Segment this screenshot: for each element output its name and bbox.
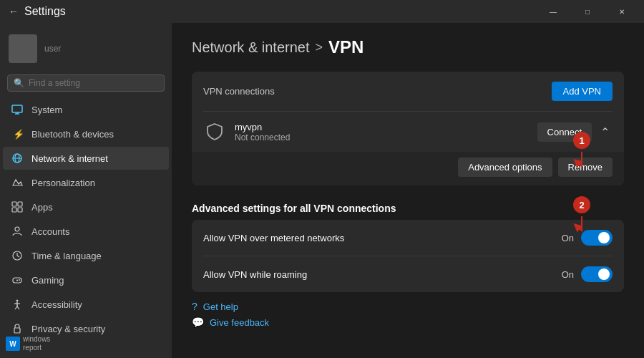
sidebar-item-personalization[interactable]: Personalization xyxy=(3,171,169,194)
feedback-icon: 💬 xyxy=(192,316,204,328)
annotation-badge-1: 1 xyxy=(573,132,590,149)
roaming-toggle[interactable] xyxy=(581,266,613,282)
add-vpn-button[interactable]: Add VPN xyxy=(552,82,613,101)
svg-rect-24 xyxy=(14,328,20,333)
svg-line-23 xyxy=(17,306,19,309)
watermark-text: windows report xyxy=(23,335,50,352)
metered-network-row: Allow VPN over metered networks On xyxy=(192,220,624,256)
sidebar-item-system-label: System xyxy=(31,105,62,115)
svg-rect-9 xyxy=(12,208,16,212)
vpn-left: myvpn Not connected xyxy=(203,120,290,143)
annotation-arrow-1 xyxy=(571,150,592,172)
sidebar-item-accounts-label: Accounts xyxy=(31,226,69,237)
sidebar-item-bluetooth-label: Bluetooth & devices xyxy=(31,129,114,140)
give-feedback-label: Give feedback xyxy=(210,317,269,328)
profile-info: user xyxy=(44,44,61,54)
chevron-up-button[interactable]: ⌃ xyxy=(597,122,613,142)
advanced-settings-title: Advanced settings for all VPN connection… xyxy=(192,194,624,220)
minimize-button[interactable]: — xyxy=(537,0,570,23)
network-icon xyxy=(11,153,23,164)
give-feedback-link[interactable]: 💬 Give feedback xyxy=(192,316,624,328)
sidebar-item-time-label: Time & language xyxy=(31,251,102,261)
vpn-connections-card: VPN connections Add VPN myvpn Not con xyxy=(192,72,624,185)
sidebar: user 🔍 System ⚡ Bluetooth & devices Netw… xyxy=(0,23,172,358)
vpn-name: myvpn xyxy=(235,122,290,132)
card-header: VPN connections Add VPN xyxy=(192,72,624,111)
title-bar-controls: — □ ✕ xyxy=(537,0,638,23)
help-icon: ? xyxy=(192,301,197,312)
back-icon[interactable]: ← xyxy=(9,6,19,17)
breadcrumb-sep: > xyxy=(316,40,323,55)
sidebar-item-system[interactable]: System xyxy=(3,98,169,121)
accessibility-icon xyxy=(11,299,23,310)
get-help-label: Get help xyxy=(203,301,238,312)
svg-point-19 xyxy=(16,300,19,302)
sidebar-item-gaming[interactable]: Gaming xyxy=(3,268,169,291)
watermark: W windows report xyxy=(6,335,50,352)
annotation-2-group: 2 xyxy=(571,196,592,236)
vpn-connections-label: VPN connections xyxy=(203,86,275,97)
svg-rect-7 xyxy=(12,202,16,206)
metered-network-label: Allow VPN over metered networks xyxy=(203,233,344,243)
maximize-button[interactable]: □ xyxy=(571,0,604,23)
roaming-state: On xyxy=(562,269,574,280)
svg-line-14 xyxy=(17,256,19,257)
roaming-toggle-right: On xyxy=(562,266,613,282)
sidebar-item-time[interactable]: Time & language xyxy=(3,244,169,267)
sidebar-item-gaming-label: Gaming xyxy=(31,275,64,286)
content-area: Network & internet > VPN VPN connections… xyxy=(172,23,644,358)
svg-rect-10 xyxy=(18,208,22,212)
watermark-logo: W xyxy=(6,337,20,351)
gaming-icon xyxy=(11,274,23,286)
vpn-info: myvpn Not connected xyxy=(235,122,290,142)
sidebar-item-accessibility[interactable]: Accessibility xyxy=(3,293,169,316)
close-button[interactable]: ✕ xyxy=(605,0,638,23)
annotation-arrow-2 xyxy=(571,215,592,236)
advanced-settings-card: Allow VPN over metered networks On Allow… xyxy=(192,220,624,292)
svg-rect-8 xyxy=(18,202,22,206)
roaming-label: Allow VPN while roaming xyxy=(203,269,307,280)
footer-links: ? Get help 💬 Give feedback xyxy=(192,301,624,328)
annotation-badge-2: 2 xyxy=(573,196,590,213)
vpn-item: myvpn Not connected Connect ⌃ xyxy=(192,112,624,152)
svg-rect-0 xyxy=(12,105,22,112)
sidebar-item-accounts[interactable]: Accounts xyxy=(3,220,169,243)
vpn-row: myvpn Not connected Connect ⌃ xyxy=(203,120,613,143)
sidebar-item-bluetooth[interactable]: ⚡ Bluetooth & devices xyxy=(3,122,169,145)
accounts-icon xyxy=(11,226,23,237)
sidebar-item-apps[interactable]: Apps xyxy=(3,195,169,218)
search-input[interactable] xyxy=(29,78,158,88)
breadcrumb-current: VPN xyxy=(328,37,364,57)
sidebar-item-network[interactable]: Network & internet xyxy=(3,147,169,170)
sidebar-item-personalization-label: Personalization xyxy=(31,178,95,188)
apps-icon xyxy=(11,201,23,213)
sidebar-item-apps-label: Apps xyxy=(31,202,53,213)
advanced-options-button[interactable]: Advanced options xyxy=(458,158,552,177)
svg-point-18 xyxy=(19,279,20,281)
personalization-icon xyxy=(11,177,23,188)
annotation-1-group: 1 xyxy=(571,132,592,172)
vpn-shield-icon xyxy=(203,120,226,143)
sidebar-item-network-label: Network & internet xyxy=(31,153,108,164)
search-icon: 🔍 xyxy=(14,78,24,88)
title-bar-title: Settings xyxy=(24,5,66,18)
svg-text:⚡: ⚡ xyxy=(13,128,23,140)
search-box[interactable]: 🔍 xyxy=(7,74,165,92)
vpn-status: Not connected xyxy=(235,132,290,142)
time-icon xyxy=(11,250,23,261)
title-bar: ← Settings — □ ✕ xyxy=(0,0,644,23)
system-icon xyxy=(11,104,23,115)
breadcrumb-parent[interactable]: Network & internet xyxy=(192,39,310,56)
get-help-link[interactable]: ? Get help xyxy=(192,301,624,312)
breadcrumb: Network & internet > VPN xyxy=(192,37,624,57)
sidebar-profile: user xyxy=(0,29,172,69)
svg-point-11 xyxy=(15,227,19,231)
roaming-row: Allow VPN while roaming On xyxy=(192,256,624,292)
privacy-icon xyxy=(11,323,23,334)
sidebar-item-accessibility-label: Accessibility xyxy=(31,299,82,310)
sidebar-item-privacy-label: Privacy & security xyxy=(31,324,105,334)
app-body: user 🔍 System ⚡ Bluetooth & devices Netw… xyxy=(0,23,644,358)
svg-line-22 xyxy=(15,306,17,309)
avatar xyxy=(9,34,37,63)
bluetooth-icon: ⚡ xyxy=(11,128,23,140)
